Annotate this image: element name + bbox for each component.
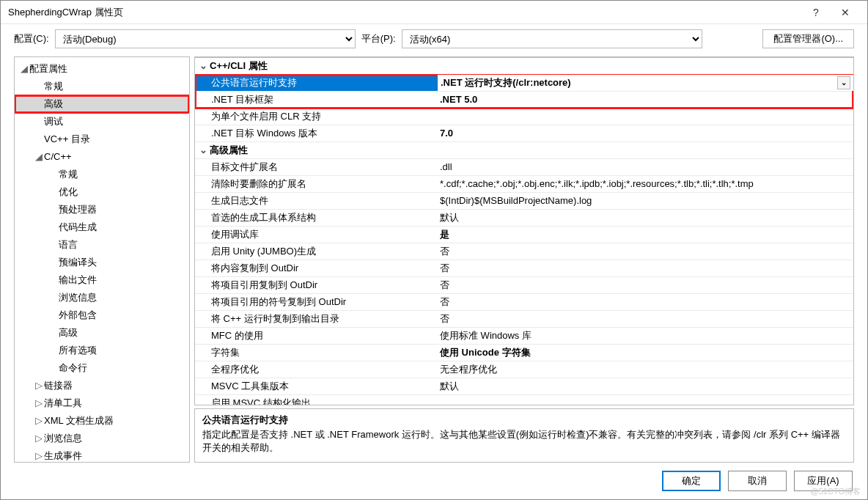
tree-arrow-icon: ▷ bbox=[35, 378, 44, 393]
property-row[interactable]: 将项目引用的符号复制到 OutDir否 bbox=[195, 294, 853, 311]
tree-item[interactable]: 高级 bbox=[15, 95, 189, 113]
tree-arrow-icon: ◢ bbox=[35, 150, 44, 164]
platform-label: 平台(P): bbox=[361, 32, 396, 45]
property-row[interactable]: 将内容复制到 OutDir否 bbox=[195, 260, 853, 277]
tree-item[interactable]: ◢C/C++ bbox=[15, 148, 189, 166]
description-title: 公共语言运行时支持 bbox=[202, 413, 846, 427]
property-row[interactable]: 将项目引用复制到 OutDir否 bbox=[195, 277, 853, 294]
property-row[interactable]: 生成日志文件$(IntDir)$(MSBuildProjectName).log bbox=[195, 193, 853, 210]
tree-arrow-icon: ◢ bbox=[21, 62, 29, 76]
tree-item[interactable]: 外部包含 bbox=[15, 306, 189, 324]
tree-item[interactable]: 输出文件 bbox=[15, 271, 189, 289]
help-button[interactable]: ? bbox=[801, 7, 831, 18]
property-row[interactable]: .NET 目标 Windows 版本7.0 bbox=[195, 125, 853, 142]
property-row[interactable]: 全程序优化无全程序优化 bbox=[195, 361, 853, 378]
config-select[interactable]: 活动(Debug) bbox=[55, 29, 356, 48]
property-group-header[interactable]: ⌄C++/CLI 属性 bbox=[195, 57, 853, 75]
tree-item[interactable]: ▷XML 文档生成器 bbox=[15, 412, 189, 430]
tree-item[interactable]: 高级 bbox=[15, 324, 189, 342]
tree-item[interactable]: 常规 bbox=[15, 78, 189, 95]
property-row[interactable]: MSVC 工具集版本默认 bbox=[195, 378, 853, 395]
close-button[interactable]: ✕ bbox=[831, 7, 860, 18]
description-body: 指定此配置是否支持 .NET 或 .NET Framework 运行时。这与其他… bbox=[202, 428, 846, 455]
tree-item[interactable]: ◢配置属性 bbox=[15, 60, 189, 78]
property-row[interactable]: 字符集使用 Unicode 字符集 bbox=[195, 345, 853, 361]
config-label: 配置(C): bbox=[14, 32, 49, 45]
tree-arrow-icon: ▷ bbox=[35, 449, 44, 463]
property-row[interactable]: 目标文件扩展名.dll bbox=[195, 159, 853, 176]
tree-arrow-icon: ▷ bbox=[35, 413, 44, 428]
tree-item[interactable]: 浏览信息 bbox=[15, 289, 189, 306]
property-row[interactable]: 首选的生成工具体系结构默认 bbox=[195, 210, 853, 227]
property-row[interactable]: 使用调试库是 bbox=[195, 227, 853, 243]
tree-item[interactable]: VC++ 目录 bbox=[15, 130, 189, 148]
tree-item[interactable]: 代码生成 bbox=[15, 218, 189, 236]
dropdown-button[interactable]: ⌄ bbox=[837, 76, 850, 89]
tree-arrow-icon: ▷ bbox=[35, 396, 44, 411]
title-bar: ShepherdingCWrap 属性页 ? ✕ bbox=[1, 1, 867, 24]
tree-item[interactable]: 优化 bbox=[15, 183, 189, 201]
watermark: @51CTO博客 bbox=[811, 486, 861, 497]
property-group-header[interactable]: ⌄高级属性 bbox=[195, 142, 853, 159]
property-row[interactable]: 启用 Unity (JUMBO)生成否 bbox=[195, 243, 853, 260]
config-toolbar: 配置(C): 活动(Debug) 平台(P): 活动(x64) 配置管理器(O)… bbox=[1, 24, 867, 54]
dialog-buttons: 确定 取消 应用(A) bbox=[1, 463, 867, 499]
window-title: ShepherdingCWrap 属性页 bbox=[8, 6, 801, 19]
property-row[interactable]: .NET 目标框架.NET 5.0 bbox=[195, 92, 853, 109]
property-row[interactable]: 将 C++ 运行时复制到输出目录否 bbox=[195, 311, 853, 328]
tree-item[interactable]: 预处理器 bbox=[15, 201, 189, 218]
tree-item[interactable]: ▷链接器 bbox=[15, 377, 189, 394]
tree-item[interactable]: 语言 bbox=[15, 236, 189, 254]
chevron-down-icon: ⌄ bbox=[199, 58, 210, 74]
tree-item[interactable]: ▷浏览信息 bbox=[15, 430, 189, 447]
category-tree[interactable]: ◢配置属性常规高级调试VC++ 目录◢C/C++常规优化预处理器代码生成语言预编… bbox=[14, 56, 190, 463]
ok-button[interactable]: 确定 bbox=[662, 471, 721, 491]
property-row[interactable]: 公共语言运行时支持.NET 运行时支持(/clr:netcore)⌄ bbox=[195, 75, 853, 92]
tree-item[interactable]: 预编译头 bbox=[15, 254, 189, 271]
tree-item[interactable]: 所有选项 bbox=[15, 342, 189, 359]
tree-item[interactable]: 常规 bbox=[15, 166, 189, 183]
platform-select[interactable]: 活动(x64) bbox=[402, 29, 702, 48]
property-row[interactable]: 清除时要删除的扩展名*.cdf;*.cache;*.obj;*.obj.enc;… bbox=[195, 176, 853, 193]
property-row[interactable]: 为单个文件启用 CLR 支持 bbox=[195, 109, 853, 125]
chevron-down-icon: ⌄ bbox=[199, 142, 210, 158]
config-manager-button[interactable]: 配置管理器(O)... bbox=[762, 29, 854, 48]
tree-arrow-icon: ▷ bbox=[35, 431, 44, 446]
property-row[interactable]: MFC 的使用使用标准 Windows 库 bbox=[195, 328, 853, 345]
tree-item[interactable]: 调试 bbox=[15, 113, 189, 130]
property-grid[interactable]: ⌄C++/CLI 属性公共语言运行时支持.NET 运行时支持(/clr:netc… bbox=[194, 56, 854, 405]
description-panel: 公共语言运行时支持 指定此配置是否支持 .NET 或 .NET Framewor… bbox=[194, 408, 854, 463]
tree-item[interactable]: 命令行 bbox=[15, 359, 189, 377]
tree-item[interactable]: ▷清单工具 bbox=[15, 394, 189, 412]
cancel-button[interactable]: 取消 bbox=[728, 471, 787, 491]
property-row[interactable]: 启用 MSVC 结构化输出 bbox=[195, 395, 853, 405]
tree-item[interactable]: ▷生成事件 bbox=[15, 447, 189, 463]
